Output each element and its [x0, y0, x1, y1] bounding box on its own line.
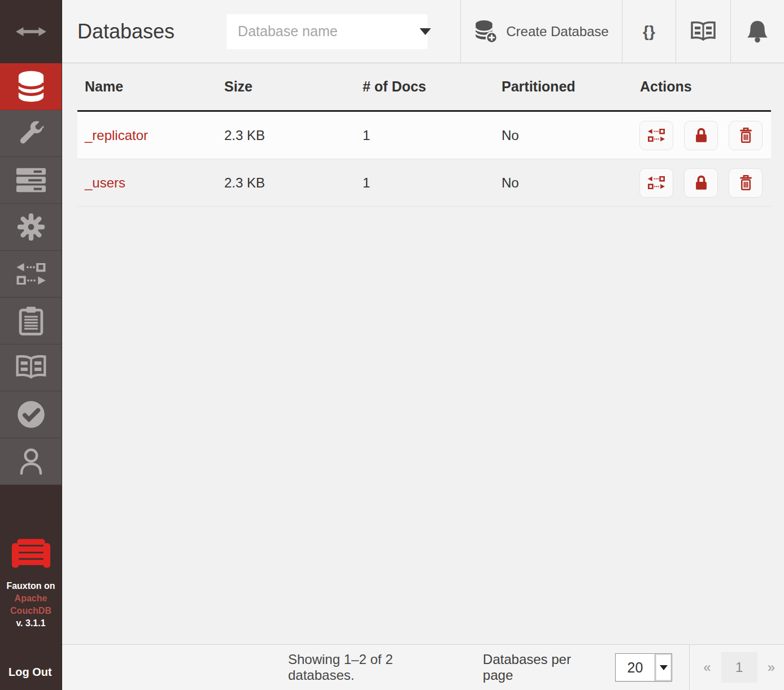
column-header-docs: # of Docs	[355, 78, 494, 95]
book-icon	[15, 355, 47, 380]
pagination-current-page[interactable]: 1	[721, 652, 757, 683]
column-header-partitioned: Partitioned	[494, 78, 633, 95]
db-name-cell: _replicator	[77, 128, 217, 143]
chevron-down-icon	[660, 665, 668, 670]
column-header-actions: Actions	[633, 78, 771, 95]
lock-icon	[694, 174, 708, 191]
brand-version: v. 3.1.1	[6, 617, 55, 630]
sidebar: Fauxton on Apache CouchDB v. 3.1.1 Log O…	[0, 0, 62, 690]
user-icon	[19, 447, 43, 475]
db-name-cell: _users	[77, 175, 217, 191]
showing-text: Showing 1–2 of 2 databases.	[288, 652, 463, 683]
db-name-link[interactable]: _users	[85, 175, 125, 190]
database-name-input[interactable]	[238, 23, 420, 40]
sidebar-item-tasks-clipboard[interactable]	[0, 298, 62, 344]
db-partitioned-cell: No	[494, 175, 633, 191]
sidebar-item-databases[interactable]	[0, 63, 62, 110]
logout-button[interactable]: Log Out	[0, 666, 52, 690]
database-name-combobox[interactable]	[227, 14, 428, 49]
create-database-icon	[474, 20, 498, 43]
db-docs-cell: 1	[355, 175, 494, 191]
db-partitioned-cell: No	[494, 128, 633, 143]
replication-icon	[648, 176, 665, 189]
trash-icon	[739, 174, 753, 191]
documentation-button[interactable]	[676, 0, 730, 63]
footer-divider	[689, 645, 690, 690]
notifications-button[interactable]	[730, 0, 784, 63]
server-stack-icon	[16, 168, 46, 193]
api-json-button[interactable]: {}	[622, 0, 676, 63]
create-database-button[interactable]: Create Database	[460, 0, 622, 63]
db-actions-cell	[633, 121, 771, 150]
pagination-next-button[interactable]: »	[765, 660, 777, 675]
replicate-database-button[interactable]	[639, 168, 673, 198]
pagination: « 1 »	[701, 652, 777, 683]
trash-icon	[739, 127, 753, 143]
pagination-prev-button[interactable]: «	[701, 660, 713, 675]
set-permissions-button[interactable]	[684, 168, 718, 198]
database-icon	[16, 70, 46, 103]
gear-icon	[18, 213, 45, 241]
column-header-name: Name	[77, 78, 217, 95]
replication-icon	[648, 129, 665, 142]
table-row: _replicator 2.3 KB 1 No	[77, 112, 771, 159]
page-footer: Showing 1–2 of 2 databases. Databases pe…	[62, 644, 784, 690]
sidebar-nav	[0, 63, 62, 485]
table-header-row: Name Size # of Docs Partitioned Actions	[77, 63, 771, 112]
json-braces-icon: {}	[643, 23, 655, 41]
sidebar-item-setup[interactable]	[0, 110, 62, 157]
main-area: Databases	[62, 0, 784, 690]
sidebar-collapse-button[interactable]	[0, 0, 62, 63]
delete-database-button[interactable]	[729, 168, 763, 198]
sidebar-item-configuration[interactable]	[0, 204, 62, 251]
db-size-cell: 2.3 KB	[217, 175, 355, 191]
bell-icon	[747, 20, 768, 43]
set-permissions-button[interactable]	[684, 121, 718, 150]
wrench-icon	[18, 120, 45, 147]
brand-line1: Fauxton on	[6, 580, 55, 592]
sidebar-item-active-tasks[interactable]	[0, 157, 62, 204]
create-database-label: Create Database	[506, 24, 608, 40]
per-page-value: 20	[616, 654, 655, 681]
sidebar-footer: Fauxton on Apache CouchDB v. 3.1.1 Log O…	[0, 485, 62, 690]
check-circle-icon	[17, 400, 45, 429]
per-page-select[interactable]: 20	[615, 653, 673, 682]
replicate-database-button[interactable]	[639, 121, 673, 150]
sidebar-item-replication[interactable]	[0, 251, 62, 298]
select-arrow-button[interactable]	[655, 654, 672, 681]
brand-line3: CouchDB	[6, 605, 55, 617]
page-title: Databases	[77, 20, 175, 43]
per-page-label: Databases per page	[483, 652, 605, 683]
clipboard-icon	[19, 306, 43, 335]
brand-caption: Fauxton on Apache CouchDB v. 3.1.1	[6, 580, 55, 630]
chevron-down-icon	[420, 28, 431, 35]
db-actions-cell	[633, 168, 771, 198]
db-name-link[interactable]: _replicator	[85, 128, 148, 143]
db-size-cell: 2.3 KB	[217, 128, 355, 143]
couchdb-logo-icon	[12, 538, 50, 569]
lock-icon	[694, 127, 708, 143]
brand-line2: Apache	[6, 592, 55, 605]
delete-database-button[interactable]	[729, 121, 763, 150]
sidebar-item-documentation[interactable]	[0, 344, 62, 391]
fauxton-app: Fauxton on Apache CouchDB v. 3.1.1 Log O…	[0, 0, 784, 690]
page-header: Databases	[62, 0, 784, 63]
column-header-size: Size	[217, 78, 355, 95]
header-left: Databases	[62, 0, 460, 63]
table-row: _users 2.3 KB 1 No	[77, 159, 771, 207]
db-docs-cell: 1	[355, 128, 494, 143]
sidebar-item-account[interactable]	[0, 438, 62, 485]
databases-content: Name Size # of Docs Partitioned Actions …	[62, 63, 784, 644]
book-icon	[690, 21, 716, 42]
sidebar-item-verify[interactable]	[0, 391, 62, 438]
double-arrow-icon	[15, 27, 47, 37]
replication-icon	[16, 263, 46, 285]
